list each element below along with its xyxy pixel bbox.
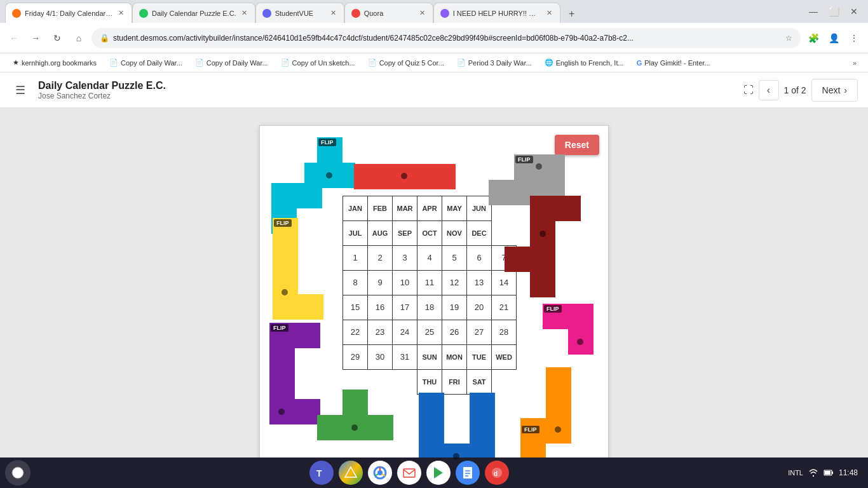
reset-button[interactable]: Reset xyxy=(555,135,599,155)
svg-rect-7 xyxy=(273,218,298,294)
tab-favicon-2 xyxy=(139,9,148,18)
battery-icon xyxy=(824,468,834,478)
taskbar-launcher[interactable] xyxy=(5,460,31,485)
tab-5[interactable]: I NEED HELP HURRY!! Who sa... ✕ xyxy=(433,3,560,23)
bookmarks-more[interactable]: » xyxy=(849,58,860,68)
lock-icon: 🔒 xyxy=(100,34,109,43)
bookmark-2[interactable]: 📄 Copy of Daily War... xyxy=(190,57,273,68)
red-piece[interactable] xyxy=(354,164,456,192)
bookmark-5[interactable]: 📄 Period 3 Daily War... xyxy=(452,57,537,68)
month-dec: DEC xyxy=(467,220,492,245)
green-piece[interactable] xyxy=(317,390,393,443)
playstore-app[interactable] xyxy=(426,461,451,485)
tab-close-4[interactable]: ✕ xyxy=(418,8,426,18)
svg-rect-22 xyxy=(470,393,495,444)
bookmark-1[interactable]: 📄 Copy of Daily War... xyxy=(104,57,187,68)
bookmark-icon-6: 🌐 xyxy=(545,58,553,67)
menu-button[interactable]: ☰ xyxy=(10,80,31,100)
browser-frame: Friday 4/1: Daily Calendar Pu... ✕ Daily… xyxy=(0,0,868,488)
back-button[interactable]: ← xyxy=(5,29,23,47)
month-jun: JUN xyxy=(467,196,492,220)
tab-close-2[interactable]: ✕ xyxy=(240,8,248,18)
tab-2[interactable]: Daily Calendar Puzzle E.C. ✕ xyxy=(132,3,255,23)
bookmark-3[interactable]: 📄 Copy of Un sketch... xyxy=(276,57,360,68)
minimize-button[interactable]: — xyxy=(804,3,822,20)
dark-red-dot xyxy=(539,231,546,237)
next-page-button[interactable]: Next › xyxy=(811,79,858,102)
new-tab-button[interactable]: + xyxy=(563,5,581,23)
svg-rect-21 xyxy=(419,393,444,444)
magenta-flip-label[interactable]: FLIP xyxy=(544,305,562,313)
purple-flip-label[interactable]: FLIP xyxy=(271,324,288,332)
forward-button[interactable]: → xyxy=(27,29,44,47)
bookmark-icon-1: 📄 xyxy=(109,58,118,67)
cyan-top-flip-label[interactable]: FLIP xyxy=(318,139,336,146)
tab-close[interactable]: ✕ xyxy=(117,8,125,18)
orange-dot xyxy=(555,426,561,433)
day-mon: MON xyxy=(442,344,467,369)
next-chevron-icon: › xyxy=(844,85,847,95)
month-jan: JAN xyxy=(343,196,368,220)
day-wed: WED xyxy=(492,344,517,369)
day-15: 15 xyxy=(343,295,368,320)
bookmark-label-5: Period 3 Daily War... xyxy=(468,59,532,67)
bookmark-star-icon[interactable]: ☆ xyxy=(785,34,792,43)
bookmark-6[interactable]: 🌐 English to French, It... xyxy=(539,57,629,68)
fullscreen-button[interactable]: ⛶ xyxy=(738,80,759,100)
url-bar[interactable]: 🔒 student.desmos.com/activitybuilder/ins… xyxy=(92,28,801,48)
bookmark-kernhigh[interactable]: ★ kernhigh.org bookmarks xyxy=(8,57,102,68)
purple-dot xyxy=(278,409,285,415)
tab-3[interactable]: StudentVUE ✕ xyxy=(255,3,344,23)
orange-flip-label[interactable]: FLIP xyxy=(522,426,539,433)
tab-4[interactable]: Quora ✕ xyxy=(344,3,433,23)
reload-button[interactable]: ↻ xyxy=(48,29,66,47)
gmail-icon xyxy=(402,466,416,480)
gray-dot xyxy=(536,163,542,170)
orange-piece[interactable]: FLIP xyxy=(520,367,571,471)
day-thu: THU xyxy=(417,369,442,394)
magenta-piece[interactable]: FLIP xyxy=(543,304,593,357)
day-20: 20 xyxy=(467,295,492,320)
profile-icon[interactable]: 👤 xyxy=(825,29,843,47)
maximize-button[interactable]: ⬜ xyxy=(825,3,843,20)
bookmark-7[interactable]: G Play Gimkit! - Enter... xyxy=(632,58,715,68)
tab-bar: Friday 4/1: Daily Calendar Pu... ✕ Daily… xyxy=(0,0,868,23)
home-button[interactable]: ⌂ xyxy=(70,29,88,47)
bookmark-label: kernhigh.org bookmarks xyxy=(22,59,97,67)
svg-rect-5 xyxy=(271,183,322,208)
yellow-dot xyxy=(281,289,288,295)
drive-app[interactable] xyxy=(339,461,363,485)
docs-app[interactable] xyxy=(456,461,480,485)
yellow-piece[interactable]: FLIP xyxy=(273,218,323,322)
puzzle-container[interactable]: Reset JAN FEB MAR APR MAY JUN JUL AUG SE… xyxy=(259,125,609,471)
bookmark-4[interactable]: 📄 Copy of Quiz 5 Cor... xyxy=(363,57,449,68)
gmail-app[interactable] xyxy=(397,461,421,485)
settings-icon[interactable]: ⋮ xyxy=(845,29,863,47)
teams-app[interactable]: T xyxy=(309,461,334,485)
gray-flip-label[interactable]: FLIP xyxy=(515,156,533,163)
desmos-taskbar-app[interactable]: d xyxy=(485,461,509,485)
tab-close-3[interactable]: ✕ xyxy=(329,8,337,18)
close-window-button[interactable]: ✕ xyxy=(845,3,863,20)
prev-page-button[interactable]: ‹ xyxy=(759,80,779,100)
purple-piece[interactable]: FLIP xyxy=(269,323,320,427)
dark-red-piece[interactable] xyxy=(505,196,581,300)
day-2: 2 xyxy=(368,245,393,270)
chrome-app[interactable] xyxy=(368,461,392,485)
day-9: 9 xyxy=(368,270,393,295)
app-subtitle: Jose Sanchez Cortez xyxy=(38,92,738,100)
tab-active[interactable]: Friday 4/1: Daily Calendar Pu... ✕ xyxy=(5,3,132,23)
tab-close-5[interactable]: ✕ xyxy=(545,8,553,18)
day-6: 6 xyxy=(467,245,492,270)
yellow-flip-label[interactable]: FLIP xyxy=(274,219,292,227)
svg-rect-24 xyxy=(546,367,571,418)
svg-text:T: T xyxy=(316,468,322,478)
extensions-icon[interactable]: 🧩 xyxy=(804,29,822,47)
svg-point-27 xyxy=(12,467,24,478)
month-feb: FEB xyxy=(368,196,393,220)
day-11: 11 xyxy=(417,270,442,295)
page-info: 1 of 2 xyxy=(784,85,806,95)
svg-rect-9 xyxy=(530,196,581,221)
day-19: 19 xyxy=(442,295,467,320)
bookmark-label-4: Copy of Quiz 5 Cor... xyxy=(379,59,444,67)
